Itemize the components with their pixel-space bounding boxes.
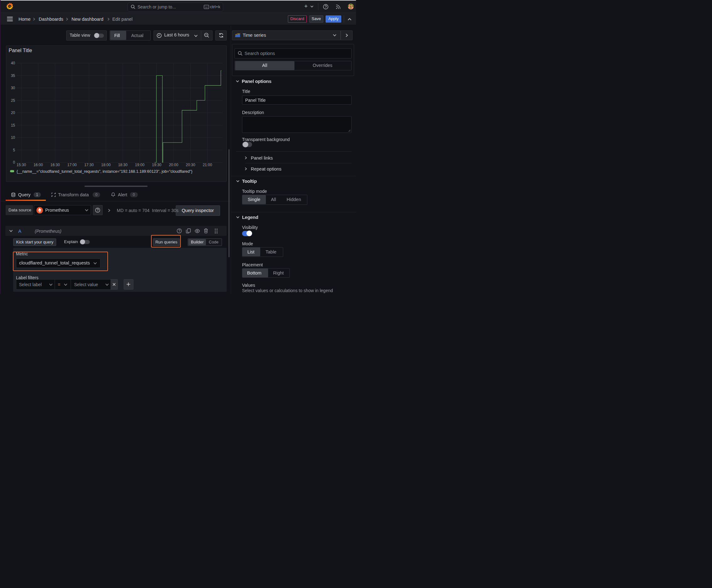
svg-text:35: 35 bbox=[11, 74, 15, 78]
svg-text:19:00: 19:00 bbox=[135, 163, 145, 167]
svg-text:16:00: 16:00 bbox=[33, 163, 43, 167]
svg-text:17:00: 17:00 bbox=[67, 163, 77, 167]
svg-text:40: 40 bbox=[11, 61, 15, 65]
svg-text:15: 15 bbox=[11, 123, 15, 128]
svg-text:16:30: 16:30 bbox=[50, 163, 60, 167]
svg-text:15:30: 15:30 bbox=[16, 163, 26, 167]
svg-text:10: 10 bbox=[11, 135, 15, 140]
svg-text:19:30: 19:30 bbox=[152, 163, 161, 167]
svg-text:0: 0 bbox=[13, 160, 15, 165]
svg-text:20: 20 bbox=[11, 110, 15, 115]
svg-text:18:00: 18:00 bbox=[101, 163, 110, 167]
svg-text:17:30: 17:30 bbox=[84, 163, 93, 167]
svg-text:20:00: 20:00 bbox=[169, 163, 178, 167]
svg-text:18:30: 18:30 bbox=[118, 163, 127, 167]
svg-text:5: 5 bbox=[13, 148, 15, 152]
svg-text:21:00: 21:00 bbox=[202, 163, 212, 167]
svg-text:25: 25 bbox=[11, 98, 15, 103]
svg-text:30: 30 bbox=[11, 86, 15, 90]
svg-text:{__name__="cloudflared_tunnel_: {__name__="cloudflared_tunnel_total_requ… bbox=[16, 169, 192, 174]
svg-text:20:30: 20:30 bbox=[186, 163, 195, 167]
